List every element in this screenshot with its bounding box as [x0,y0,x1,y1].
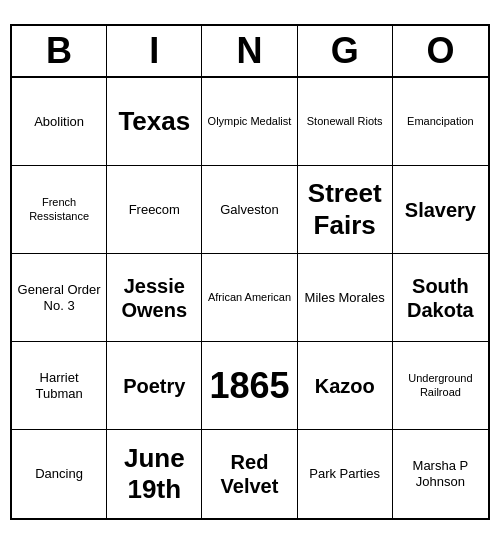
cell-text: French Ressistance [16,196,102,222]
cell-text: Jessie Owens [111,274,197,322]
bingo-cell: Marsha P Johnson [393,430,488,518]
bingo-cell: Freecom [107,166,202,254]
cell-text: Texas [118,106,190,137]
cell-text: Street Fairs [302,178,388,240]
cell-text: Underground Railroad [397,372,484,398]
bingo-cell: Stonewall Riots [298,78,393,166]
cell-text: Abolition [34,114,84,130]
cell-text: Poetry [123,374,185,398]
bingo-cell: June 19th [107,430,202,518]
cell-text: June 19th [111,443,197,505]
bingo-header-letter: I [107,26,202,76]
bingo-cell: Poetry [107,342,202,430]
bingo-cell: Kazoo [298,342,393,430]
cell-text: Slavery [405,198,476,222]
bingo-cell: French Ressistance [12,166,107,254]
cell-text: Dancing [35,466,83,482]
bingo-cell: Jessie Owens [107,254,202,342]
bingo-cell: Galveston [202,166,297,254]
bingo-cell: Harriet Tubman [12,342,107,430]
bingo-cell: Emancipation [393,78,488,166]
bingo-header-letter: G [298,26,393,76]
cell-text: Emancipation [407,115,474,128]
bingo-cell: Olympic Medalist [202,78,297,166]
bingo-header: BINGO [12,26,488,78]
bingo-cell: South Dakota [393,254,488,342]
bingo-cell: Red Velvet [202,430,297,518]
cell-text: South Dakota [397,274,484,322]
bingo-card: BINGO AbolitionTexasOlympic MedalistSton… [10,24,490,520]
bingo-cell: 1865 [202,342,297,430]
bingo-cell: Dancing [12,430,107,518]
bingo-cell: African American [202,254,297,342]
bingo-cell: Miles Morales [298,254,393,342]
cell-text: Kazoo [315,374,375,398]
cell-text: Galveston [220,202,279,218]
cell-text: African American [208,291,291,304]
cell-text: General Order No. 3 [16,282,102,313]
cell-text: 1865 [209,364,289,407]
cell-text: Miles Morales [305,290,385,306]
bingo-cell: Underground Railroad [393,342,488,430]
bingo-cell: Slavery [393,166,488,254]
cell-text: Stonewall Riots [307,115,383,128]
bingo-header-letter: O [393,26,488,76]
bingo-cell: General Order No. 3 [12,254,107,342]
bingo-header-letter: N [202,26,297,76]
cell-text: Harriet Tubman [16,370,102,401]
cell-text: Marsha P Johnson [397,458,484,489]
bingo-cell: Park Parties [298,430,393,518]
bingo-cell: Street Fairs [298,166,393,254]
bingo-cell: Texas [107,78,202,166]
cell-text: Red Velvet [206,450,292,498]
bingo-header-letter: B [12,26,107,76]
cell-text: Olympic Medalist [208,115,292,128]
cell-text: Freecom [129,202,180,218]
cell-text: Park Parties [309,466,380,482]
bingo-cell: Abolition [12,78,107,166]
bingo-grid: AbolitionTexasOlympic MedalistStonewall … [12,78,488,518]
